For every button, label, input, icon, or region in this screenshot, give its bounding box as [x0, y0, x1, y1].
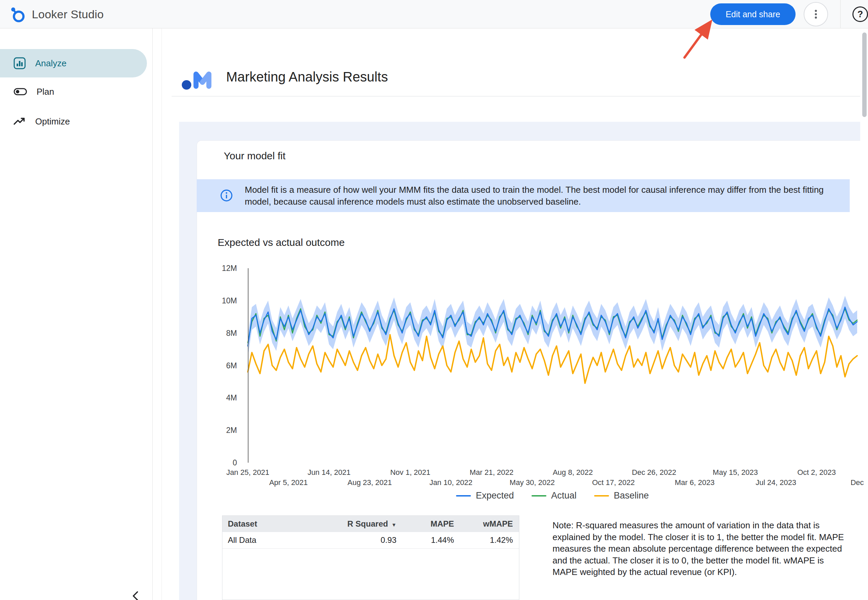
column-header-wmape[interactable]: wMAPE: [459, 519, 518, 529]
sidebar-item-label: Analyze: [35, 58, 67, 69]
analytics-icon: [13, 56, 26, 70]
y-tick-label: 8M: [183, 329, 237, 338]
question-mark-icon: ?: [857, 9, 863, 20]
metrics-note: Note: R-squared measures the amount of v…: [552, 520, 850, 578]
column-header-label: R Squared: [347, 519, 388, 528]
x-tick-label: Jul 24, 2023: [749, 478, 803, 487]
x-tick-label: Dec: [830, 478, 868, 487]
x-tick-label: May 30, 2022: [505, 478, 559, 487]
sidebar-item-label: Optimize: [35, 116, 70, 127]
column-header-mape[interactable]: MAPE: [402, 519, 459, 529]
column-header-r-squared[interactable]: R Squared▼: [324, 519, 402, 529]
help-button[interactable]: ?: [853, 6, 868, 22]
legend-item-actual: Actual: [532, 491, 576, 501]
more-options-button[interactable]: [804, 2, 828, 26]
y-axis-labels: 02M4M6M8M10M12M: [188, 268, 242, 463]
legend-item-expected: Expected: [456, 491, 514, 501]
chart-legend: Expected Actual Baseline: [248, 491, 857, 501]
vertical-scrollbar-thumb[interactable]: [862, 32, 866, 117]
y-tick-label: 10M: [183, 296, 237, 305]
report-frame-border: [161, 29, 162, 600]
sidebar-item-plan[interactable]: Plan: [0, 77, 147, 106]
y-tick-label: 12M: [183, 264, 237, 273]
x-tick-label: Aug 8, 2022: [546, 468, 600, 477]
x-tick-label: Dec 26, 2022: [627, 468, 681, 477]
y-tick-label: 0: [183, 458, 237, 467]
baseline-line-swatch: [594, 495, 609, 497]
sidebar-item-analyze[interactable]: Analyze: [0, 49, 147, 77]
sidebar: Analyze Plan Optimize: [0, 29, 153, 600]
x-tick-label: Apr 5, 2021: [261, 478, 316, 487]
y-tick-label: 2M: [183, 426, 237, 435]
chevron-left-icon: [129, 589, 143, 600]
y-tick-label: 6M: [183, 361, 237, 370]
x-tick-label: May 15, 2023: [708, 468, 762, 477]
sidebar-item-label: Plan: [36, 86, 54, 97]
edit-and-share-button[interactable]: Edit and share: [710, 3, 795, 25]
table-header-row: Dataset R Squared▼ MAPE wMAPE: [222, 516, 519, 532]
legend-label: Actual: [551, 491, 576, 501]
card-title: Your model fit: [224, 150, 286, 162]
x-tick-label: Jun 14, 2021: [302, 468, 356, 477]
legend-label: Expected: [476, 491, 514, 501]
outcome-chart-svg[interactable]: [248, 268, 857, 463]
cell-r-squared: 0.93: [324, 535, 402, 545]
collapse-sidebar-button[interactable]: [127, 587, 145, 600]
confidence-band: [248, 295, 857, 357]
x-tick-label: Mar 6, 2023: [667, 478, 722, 487]
cell-mape: 1.44%: [402, 535, 459, 545]
topbar: Looker Studio Edit and share ?: [0, 0, 868, 29]
topbar-divider: [840, 0, 841, 29]
x-tick-label: Jan 10, 2022: [424, 478, 478, 487]
app-name: Looker Studio: [32, 8, 103, 21]
chart-section-title: Expected vs actual outcome: [218, 237, 345, 248]
info-banner: Model fit is a measure of how well your …: [197, 179, 850, 212]
x-axis-labels: Jan 25, 2021Apr 5, 2021Jun 14, 2021Aug 2…: [248, 468, 857, 488]
x-tick-label: Nov 1, 2021: [383, 468, 437, 477]
x-tick-label: Jan 25, 2021: [221, 468, 275, 477]
toggle-icon: [13, 84, 28, 99]
legend-item-baseline: Baseline: [594, 491, 649, 501]
page-title: Marketing Analysis Results: [226, 69, 388, 85]
y-tick-label: 4M: [183, 393, 237, 403]
meridian-logo: [181, 59, 220, 91]
model-fit-table: Dataset R Squared▼ MAPE wMAPE All Data 0…: [222, 515, 519, 600]
cell-dataset: All Data: [222, 535, 324, 545]
info-banner-text: Model fit is a measure of how well your …: [245, 179, 841, 212]
actual-line-swatch: [532, 495, 546, 497]
info-icon: [220, 189, 233, 203]
baseline-line: [248, 335, 857, 383]
trending-up-icon: [13, 115, 26, 128]
expected-line-swatch: [456, 495, 471, 497]
sort-arrow-icon: ▼: [391, 522, 397, 527]
column-header-dataset[interactable]: Dataset: [222, 519, 324, 529]
table-row: All Data 0.93 1.44% 1.42%: [222, 532, 519, 548]
legend-label: Baseline: [614, 491, 649, 501]
x-tick-label: Oct 2, 2023: [789, 468, 844, 477]
x-tick-label: Aug 23, 2021: [343, 478, 397, 487]
looker-studio-home-link[interactable]: Looker Studio: [9, 0, 103, 29]
sidebar-item-optimize[interactable]: Optimize: [0, 107, 147, 136]
looker-logo-icon: [9, 5, 26, 23]
x-tick-label: Mar 21, 2022: [464, 468, 518, 477]
x-tick-label: Oct 17, 2022: [586, 478, 640, 487]
more-vert-icon: [810, 8, 822, 20]
cell-wmape: 1.42%: [459, 535, 518, 545]
